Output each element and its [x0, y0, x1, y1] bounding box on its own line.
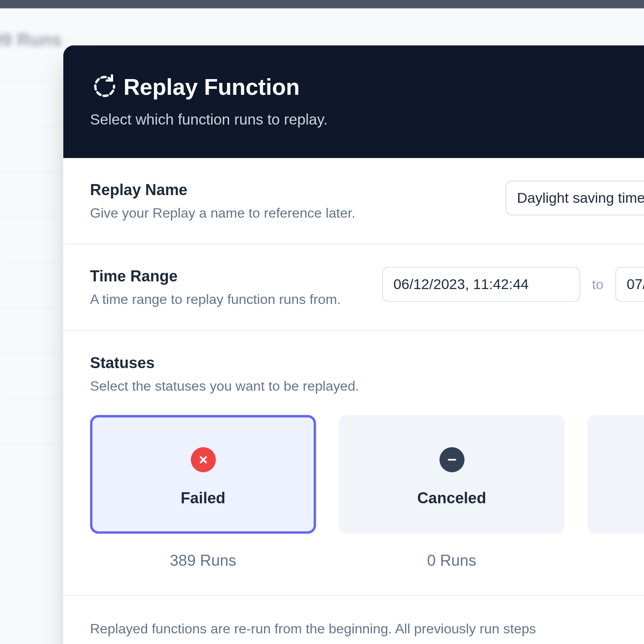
status-card-failed[interactable]: Failed	[90, 415, 316, 533]
status-name-canceled: Canceled	[417, 489, 486, 507]
statuses-label: Statuses	[90, 354, 644, 372]
statuses-section: Statuses Select the statuses you want to…	[63, 331, 644, 596]
replay-name-input[interactable]	[506, 181, 644, 215]
time-range-label: Time Range	[90, 267, 364, 285]
status-name-failed: Failed	[181, 489, 225, 507]
status-card-canceled[interactable]: Canceled	[339, 415, 565, 533]
replay-icon	[90, 72, 115, 103]
time-range-to-label: to	[592, 276, 604, 292]
modal-header: Replay Function Select which function ru…	[63, 45, 644, 158]
replay-name-hint: Give your Replay a name to reference lat…	[90, 205, 488, 221]
background-text: 999 Runs	[0, 30, 62, 50]
info-text-1: Replayed functions are re-run from the b…	[90, 618, 555, 644]
minus-circle-icon	[439, 447, 464, 472]
status-card-succeeded[interactable]: Succeeded	[587, 415, 644, 533]
modal-subtitle: Select which function runs to replay.	[90, 111, 644, 128]
modal-title: Replay Function	[123, 74, 300, 100]
replay-name-section: Replay Name Give your Replay a name to r…	[63, 158, 644, 244]
status-runs-canceled: 0 Runs	[427, 552, 477, 570]
time-range-hint: A time range to replay function runs fro…	[90, 292, 364, 308]
replay-name-label: Replay Name	[90, 181, 488, 199]
status-runs-failed: 389 Runs	[170, 552, 236, 570]
x-circle-icon	[190, 447, 216, 472]
background-top-bar	[0, 0, 644, 9]
replay-function-modal: Replay Function Select which function ru…	[63, 45, 644, 644]
time-range-to-input[interactable]	[616, 267, 644, 301]
info-section: Replayed functions are re-run from the b…	[63, 596, 644, 644]
time-range-from-input[interactable]	[382, 267, 580, 301]
time-range-section: Time Range A time range to replay functi…	[63, 244, 644, 331]
statuses-hint: Select the statuses you want to be repla…	[90, 378, 644, 394]
